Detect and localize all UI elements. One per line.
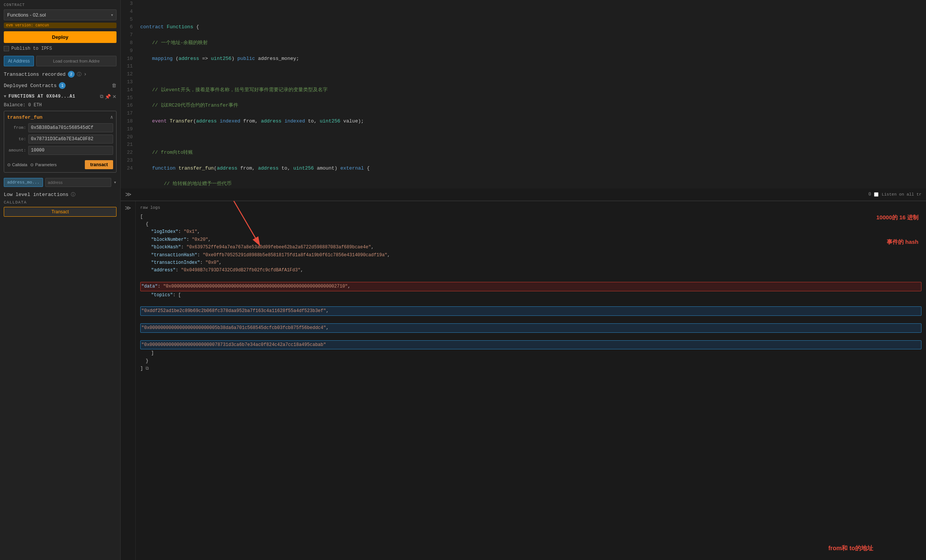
pin-icon[interactable]: 📌 (105, 93, 111, 99)
listen-checkbox[interactable] (874, 192, 878, 197)
topics-to-highlight: "0x00000000000000000000000078731d3ca6b7e… (140, 340, 921, 349)
address-money-row: address_mo... ▾ (4, 178, 117, 187)
raw-logs-label: raw logs (140, 204, 921, 211)
code-content: contract Functions { // 一个地址-余额的映射 mappi… (136, 0, 926, 188)
info-icon: ⓘ (77, 71, 81, 78)
calldata-button[interactable]: ⊙ Calldata (7, 162, 27, 167)
at-address-row: At Address Load contract from Addre (4, 56, 117, 66)
params-icon: ⊙ (30, 162, 34, 167)
to-input-group: to: (7, 135, 113, 144)
deployed-contracts-title: Deployed Contracts (4, 83, 57, 89)
balance-row: Balance: 0 ETH (4, 103, 117, 108)
right-panel: 34567 89101112 1314151617 1819202122 232… (121, 0, 926, 560)
expand-logs-icon[interactable]: ≫ (125, 204, 131, 212)
at-address-button[interactable]: At Address (4, 56, 34, 66)
low-level-header: Low level interactions ⓘ (4, 191, 117, 198)
address-money-input[interactable] (45, 178, 111, 187)
contract-instance-name: FUNCTIONS AT 0X049...A1 (9, 94, 75, 99)
contract-select-wrapper: Functions - 02.sol ▾ (4, 9, 117, 20)
deployed-contracts-count-badge: 1 (59, 82, 66, 89)
bottom-wrapper: ≫ raw logs [ { "logIndex": "0x1", "block… (121, 201, 926, 560)
amount-input[interactable] (28, 146, 113, 155)
chevron-down-icon[interactable]: ▼ (4, 94, 6, 99)
transfer-fun-block: transfer_fun ∧ from: to: amount: ⊙ Calld… (4, 111, 117, 173)
address-money-label: address_mo... (4, 178, 43, 187)
from-label: from: (7, 125, 26, 130)
collapse-icon[interactable]: ∧ (110, 114, 113, 120)
line-numbers: 34567 89101112 1314151617 1819202122 232… (121, 0, 136, 188)
transactions-count-badge: 2 (68, 71, 75, 78)
topics-from-highlight: "0x0000000000000000000000005b38da6a701c5… (140, 323, 921, 332)
data-highlight: "data": "0x00000000000000000000000000000… (140, 282, 921, 291)
evm-version-badge: evm version: cancun (4, 23, 117, 28)
from-input-group: from: (7, 123, 113, 132)
load-contract-button[interactable]: Load contract from Addre (36, 56, 117, 66)
parameters-button[interactable]: ⊙ Parameters (30, 162, 57, 167)
action-row: ⊙ Calldata ⊙ Parameters transact (7, 158, 113, 169)
log-number: 0 (868, 192, 871, 197)
function-name-label: transfer_fun (7, 115, 43, 120)
code-editor: 34567 89101112 1314151617 1819202122 232… (121, 0, 926, 188)
low-level-title: Low level interactions (4, 192, 69, 197)
topics-hash-highlight: "0xddf252ad1be2c89b69c2b068fc378daa952ba… (140, 306, 921, 315)
transact-button[interactable]: transact (85, 160, 113, 169)
copy-icon[interactable]: ⧉ (100, 93, 103, 99)
listen-label: Listen on all tr (882, 192, 921, 197)
low-level-info-icon: ⓘ (71, 191, 75, 198)
to-input[interactable] (28, 135, 113, 144)
expand-icon[interactable]: ≫ (125, 191, 132, 198)
from-input[interactable] (28, 123, 113, 132)
chevron-right-icon: › (84, 71, 87, 77)
left-panel: CONTRACT Functions - 02.sol ▾ evm versio… (0, 0, 121, 560)
log-content: raw logs [ { "logIndex": "0x1", "blockNu… (136, 201, 926, 560)
amount-label: amount: (7, 148, 26, 153)
log-json: [ { "logIndex": "0x1", "blockNumber": "0… (140, 213, 921, 373)
publish-checkbox[interactable] (4, 46, 9, 51)
contract-select[interactable]: Functions - 02.sol (4, 9, 117, 20)
dropdown-arrow-icon[interactable]: ▾ (113, 179, 117, 185)
close-icon[interactable]: ✕ (112, 93, 117, 99)
to-label: to: (7, 137, 26, 141)
transactions-label: Transactions recorded (4, 72, 66, 77)
contract-action-buttons: ⧉ 📌 ✕ (100, 93, 117, 99)
log-left-panel: ≫ (121, 201, 136, 560)
bottom-panel: ≫ raw logs [ { "logIndex": "0x1", "block… (121, 201, 926, 560)
publish-row: Publish to IPFS (4, 46, 117, 51)
contract-section-label: CONTRACT (4, 3, 117, 7)
trash-icon[interactable]: 🗑 (112, 83, 117, 89)
amount-input-group: amount: (7, 146, 113, 155)
log-controls-bar: ≫ 0 Listen on all tr (121, 188, 926, 201)
transact-low-button[interactable]: Transact (4, 207, 117, 217)
calldata-icon: ⊙ (7, 162, 11, 167)
calldata-section-label: CALLDATA (4, 200, 117, 205)
deployed-contracts-header: Deployed Contracts 1 🗑 (4, 82, 117, 89)
transactions-row[interactable]: Transactions recorded 2 ⓘ › (4, 71, 117, 78)
function-header: transfer_fun ∧ (7, 114, 113, 120)
deploy-button[interactable]: Deploy (4, 31, 117, 43)
functions-contract-row: ▼ FUNCTIONS AT 0X049...A1 ⧉ 📌 ✕ (4, 92, 117, 101)
publish-label: Publish to IPFS (11, 46, 52, 51)
